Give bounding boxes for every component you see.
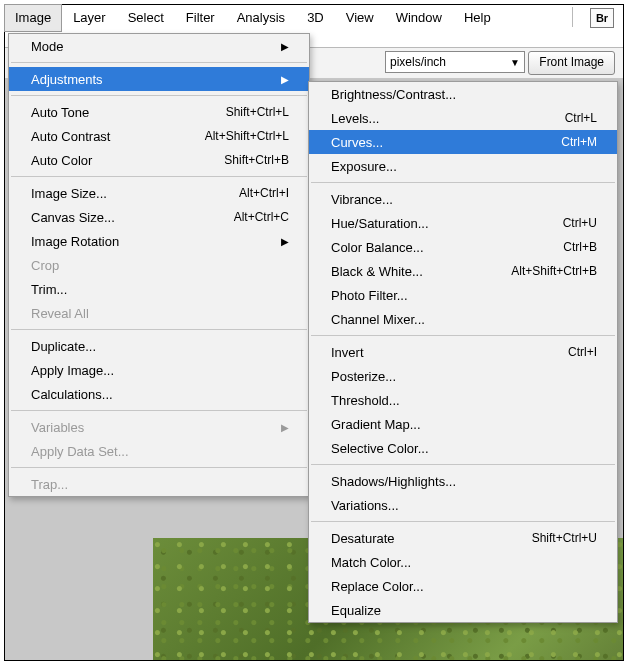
menu-select[interactable]: Select	[117, 4, 175, 32]
menu-window[interactable]: Window	[385, 4, 453, 32]
adjustments-submenu: Brightness/Contrast... Levels... Ctrl+L …	[308, 81, 618, 623]
menuitem-equalize[interactable]: Equalize	[309, 598, 617, 622]
accelerator: Shift+Ctrl+L	[226, 105, 289, 119]
menu-image[interactable]: Image	[4, 4, 62, 32]
accelerator: Ctrl+I	[568, 345, 597, 359]
menu-filter[interactable]: Filter	[175, 4, 226, 32]
menu-separator	[11, 467, 307, 468]
menuitem-trim[interactable]: Trim...	[9, 277, 309, 301]
accelerator: Ctrl+M	[561, 135, 597, 149]
accelerator: Alt+Shift+Ctrl+L	[205, 129, 289, 143]
menu-separator	[11, 176, 307, 177]
accelerator: Alt+Shift+Ctrl+B	[511, 264, 597, 278]
menuitem-channel-mixer[interactable]: Channel Mixer...	[309, 307, 617, 331]
menuitem-brightness-contrast[interactable]: Brightness/Contrast...	[309, 82, 617, 106]
menuitem-black-white[interactable]: Black & White... Alt+Shift+Ctrl+B	[309, 259, 617, 283]
menu-analysis[interactable]: Analysis	[226, 4, 296, 32]
menuitem-crop: Crop	[9, 253, 309, 277]
menuitem-curves[interactable]: Curves... Ctrl+M	[309, 130, 617, 154]
accelerator: Alt+Ctrl+C	[234, 210, 289, 224]
bridge-icon: Br	[596, 12, 608, 24]
menu-separator	[11, 410, 307, 411]
menuitem-calculations[interactable]: Calculations...	[9, 382, 309, 406]
front-image-button[interactable]: Front Image	[528, 51, 615, 75]
menu-view[interactable]: View	[335, 4, 385, 32]
chevron-down-icon: ▼	[510, 57, 520, 68]
menuitem-selective-color[interactable]: Selective Color...	[309, 436, 617, 460]
menuitem-trap: Trap...	[9, 472, 309, 496]
menuitem-hue-saturation[interactable]: Hue/Saturation... Ctrl+U	[309, 211, 617, 235]
menu-help[interactable]: Help	[453, 4, 502, 32]
app-menubar: Image Layer Select Filter Analysis 3D Vi…	[4, 4, 502, 32]
menuitem-levels[interactable]: Levels... Ctrl+L	[309, 106, 617, 130]
menuitem-color-balance[interactable]: Color Balance... Ctrl+B	[309, 235, 617, 259]
menuitem-variations[interactable]: Variations...	[309, 493, 617, 517]
menu-separator	[311, 335, 615, 336]
menuitem-replace-color[interactable]: Replace Color...	[309, 574, 617, 598]
menu-separator	[311, 521, 615, 522]
menubar-separator	[572, 7, 573, 27]
bridge-button[interactable]: Br	[590, 8, 614, 28]
menuitem-image-size[interactable]: Image Size... Alt+Ctrl+I	[9, 181, 309, 205]
submenu-arrow-icon: ▶	[281, 236, 289, 247]
menu-separator	[11, 329, 307, 330]
menu-separator	[11, 62, 307, 63]
submenu-arrow-icon: ▶	[281, 422, 289, 433]
menuitem-invert[interactable]: Invert Ctrl+I	[309, 340, 617, 364]
menuitem-gradient-map[interactable]: Gradient Map...	[309, 412, 617, 436]
submenu-arrow-icon: ▶	[281, 41, 289, 52]
menuitem-auto-tone[interactable]: Auto Tone Shift+Ctrl+L	[9, 100, 309, 124]
accelerator: Alt+Ctrl+I	[239, 186, 289, 200]
menuitem-canvas-size[interactable]: Canvas Size... Alt+Ctrl+C	[9, 205, 309, 229]
menuitem-threshold[interactable]: Threshold...	[309, 388, 617, 412]
resolution-units-dropdown[interactable]: pixels/inch ▼	[385, 51, 525, 73]
menuitem-auto-contrast[interactable]: Auto Contrast Alt+Shift+Ctrl+L	[9, 124, 309, 148]
menuitem-vibrance[interactable]: Vibrance...	[309, 187, 617, 211]
resolution-units-value: pixels/inch	[390, 55, 446, 69]
image-menu-dropdown: Mode ▶ Adjustments ▶ Auto Tone Shift+Ctr…	[8, 33, 310, 497]
menu-separator	[11, 95, 307, 96]
menuitem-variables: Variables ▶	[9, 415, 309, 439]
menu-separator	[311, 464, 615, 465]
menuitem-apply-image[interactable]: Apply Image...	[9, 358, 309, 382]
menuitem-match-color[interactable]: Match Color...	[309, 550, 617, 574]
menu-layer[interactable]: Layer	[62, 4, 117, 32]
accelerator: Shift+Ctrl+B	[224, 153, 289, 167]
menu-3d[interactable]: 3D	[296, 4, 335, 32]
front-image-label: Front Image	[539, 55, 604, 69]
menuitem-shadows-highlights[interactable]: Shadows/Highlights...	[309, 469, 617, 493]
menuitem-image-rotation[interactable]: Image Rotation ▶	[9, 229, 309, 253]
menuitem-auto-color[interactable]: Auto Color Shift+Ctrl+B	[9, 148, 309, 172]
menuitem-desaturate[interactable]: Desaturate Shift+Ctrl+U	[309, 526, 617, 550]
submenu-arrow-icon: ▶	[281, 74, 289, 85]
menuitem-duplicate[interactable]: Duplicate...	[9, 334, 309, 358]
menuitem-exposure[interactable]: Exposure...	[309, 154, 617, 178]
menuitem-adjustments[interactable]: Adjustments ▶	[9, 67, 309, 91]
menuitem-mode[interactable]: Mode ▶	[9, 34, 309, 58]
menuitem-photo-filter[interactable]: Photo Filter...	[309, 283, 617, 307]
accelerator: Shift+Ctrl+U	[532, 531, 597, 545]
menu-separator	[311, 182, 615, 183]
menuitem-apply-data-set: Apply Data Set...	[9, 439, 309, 463]
accelerator: Ctrl+L	[565, 111, 597, 125]
accelerator: Ctrl+B	[563, 240, 597, 254]
menuitem-posterize[interactable]: Posterize...	[309, 364, 617, 388]
accelerator: Ctrl+U	[563, 216, 597, 230]
menuitem-reveal-all: Reveal All	[9, 301, 309, 325]
